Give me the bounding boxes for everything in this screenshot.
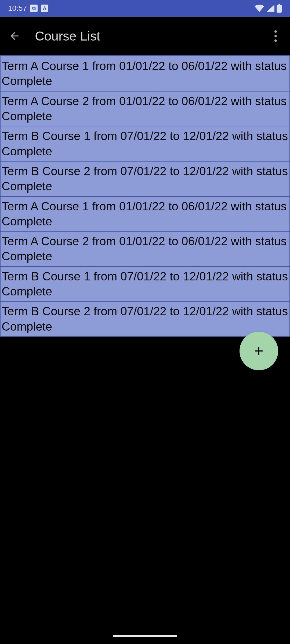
list-item[interactable]: Term A Course 1 from 01/01/22 to 06/01/2…: [0, 56, 290, 92]
list-item[interactable]: Term B Course 1 from 07/01/22 to 12/01/2…: [0, 126, 290, 162]
list-item[interactable]: Term B Course 1 from 07/01/22 to 12/01/2…: [0, 267, 290, 302]
back-button[interactable]: [5, 26, 24, 46]
list-item[interactable]: Term A Course 2 from 01/01/22 to 06/01/2…: [0, 92, 290, 127]
status-bar: 10:57 ⧉ A: [0, 0, 290, 17]
page-title: Course List: [35, 29, 266, 43]
app-bar: Course List: [0, 17, 290, 56]
status-icon-2: A: [41, 5, 48, 12]
battery-icon: [277, 4, 282, 13]
signal-icon: [266, 5, 274, 12]
plus-icon: [252, 345, 265, 357]
status-icon-1: ⧉: [30, 5, 38, 12]
more-vert-icon: [274, 30, 277, 42]
status-left: 10:57 ⧉ A: [8, 4, 48, 13]
list-item[interactable]: Term B Course 2 from 07/01/22 to 12/01/2…: [0, 302, 290, 337]
course-list: Term A Course 1 from 01/01/22 to 06/01/2…: [0, 56, 290, 337]
navigation-handle[interactable]: [113, 635, 177, 637]
add-course-fab[interactable]: [240, 332, 278, 370]
back-arrow-icon: [9, 30, 20, 42]
list-item[interactable]: Term B Course 2 from 07/01/22 to 12/01/2…: [0, 162, 290, 197]
status-time: 10:57: [8, 4, 27, 13]
wifi-icon: [255, 5, 264, 12]
list-item[interactable]: Term A Course 2 from 01/01/22 to 06/01/2…: [0, 232, 290, 267]
list-item[interactable]: Term A Course 1 from 01/01/22 to 06/01/2…: [0, 197, 290, 232]
status-right: [255, 4, 282, 13]
overflow-menu-button[interactable]: [266, 26, 285, 46]
